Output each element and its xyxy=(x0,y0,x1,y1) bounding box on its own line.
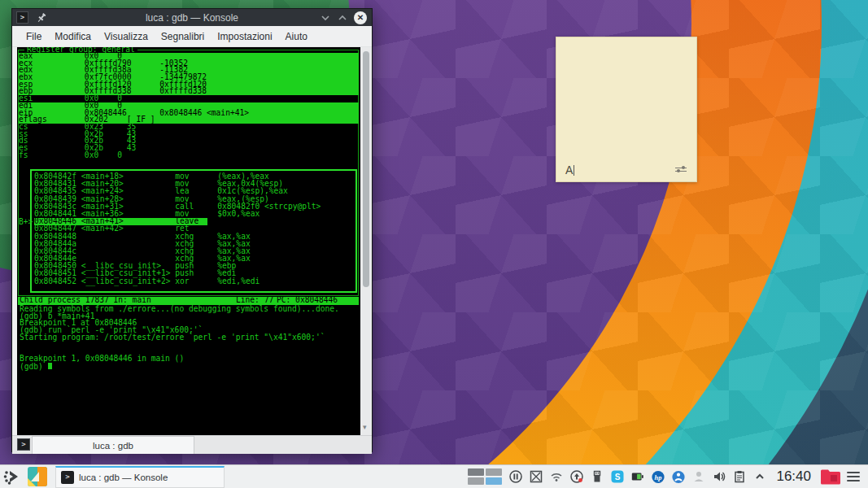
menu-item-visualizza[interactable]: Visualizza xyxy=(98,28,154,45)
menu-item-aiuto[interactable]: Aiuto xyxy=(280,28,313,45)
breakpoint-marker: B+> xyxy=(19,219,33,226)
desktop-3[interactable] xyxy=(468,477,484,485)
hp-device-icon[interactable]: hp xyxy=(651,469,665,484)
console-line xyxy=(20,341,359,348)
volume-icon[interactable] xyxy=(712,469,726,484)
menu-item-impostazioni[interactable]: Impostazioni xyxy=(212,28,277,45)
application-launcher-icon[interactable] xyxy=(2,466,24,487)
usb-device-icon[interactable] xyxy=(590,469,604,484)
panel-menu-icon[interactable] xyxy=(847,472,860,481)
menu-bar: FileModificaVisualizzaSegnalibriImpostaz… xyxy=(12,26,372,47)
menu-item-segnalibri[interactable]: Segnalibri xyxy=(155,28,210,45)
konsole-task-icon: > xyxy=(61,471,74,484)
close-button[interactable]: ✕ xyxy=(354,11,367,24)
disasm-line: 0x8048452 <__libc_csu_init+2> xor %edi,%… xyxy=(34,278,355,285)
digital-clock[interactable]: 16:40 xyxy=(776,468,811,485)
media-pause-icon[interactable] xyxy=(508,469,523,484)
disassembly-window-frame: 0x804842f <main+18> mov (%eax),%eax0x804… xyxy=(30,169,357,293)
tab-bar: > luca : gdb xyxy=(12,435,372,454)
tab-luca-gdb[interactable]: luca : gdb xyxy=(32,436,194,454)
desktop-2[interactable] xyxy=(486,468,502,476)
terminal-scrollbar[interactable]: ▾ xyxy=(360,47,372,435)
svg-text:S: S xyxy=(615,473,621,481)
system-tray: S hp 16:40 xyxy=(468,468,868,486)
text-caret xyxy=(574,165,574,176)
battery-icon[interactable] xyxy=(630,469,645,484)
terminal-cursor xyxy=(48,363,53,370)
gdb-console-output: Reading symbols from ./errore...(no debu… xyxy=(20,306,359,369)
status-line-number: Line: 77 xyxy=(236,297,273,304)
window-titlebar[interactable]: > luca : gdb — Konsole ✕ xyxy=(12,9,372,26)
minimize-button[interactable] xyxy=(320,12,331,24)
red-folder-icon[interactable] xyxy=(820,468,841,486)
desktop-activities-icon[interactable] xyxy=(28,467,47,486)
konsole-window: > luca : gdb — Konsole ✕ FileModificaVis… xyxy=(11,8,373,452)
gdb-prompt[interactable]: (gdb) xyxy=(20,363,359,370)
status-process: Child process 17837 In: main xyxy=(20,297,151,304)
note-settings-icon[interactable] xyxy=(675,165,687,173)
menu-item-modifica[interactable]: Modifica xyxy=(49,28,97,45)
register-row-fs: fs 0x0 0 xyxy=(19,152,359,159)
menu-item-file[interactable]: File xyxy=(20,28,47,45)
terminal-area: Register group: general eax 0x0 0ecx 0xf… xyxy=(12,47,372,435)
register-list: eax 0x0 0ecx 0xffffd790 -10352edx 0xffff… xyxy=(19,53,359,159)
wifi-icon[interactable] xyxy=(549,469,564,484)
terminal-screen[interactable]: Register group: general eax 0x0 0ecx 0xf… xyxy=(17,47,360,435)
user-offline-icon[interactable] xyxy=(691,469,706,484)
taskbar-task-konsole[interactable]: > luca : gdb — Konsole xyxy=(55,466,225,488)
tab-list-button[interactable]: > xyxy=(17,438,30,451)
svg-text:hp: hp xyxy=(655,473,662,481)
console-line: Starting program: /root/test/errore `per… xyxy=(20,334,359,342)
note-text[interactable]: A xyxy=(565,163,574,176)
window-title: luca : gdb — Konsole xyxy=(12,12,372,24)
status-pc: PC: 0x8048446 xyxy=(277,297,338,304)
taskbar-panel: > luca : gdb — Konsole xyxy=(0,464,868,488)
desktop-1[interactable] xyxy=(468,468,484,476)
sticky-note-widget[interactable]: A xyxy=(556,37,697,182)
pin-icon[interactable] xyxy=(36,12,47,24)
maximize-button[interactable] xyxy=(337,12,348,24)
user-online-icon[interactable] xyxy=(671,469,686,484)
skype-icon[interactable]: S xyxy=(610,469,625,484)
scrollbar-handle[interactable] xyxy=(363,51,369,287)
console-line: Breakpoint 1, 0x08048446 in main () xyxy=(20,355,359,363)
expand-tray-icon[interactable] xyxy=(752,469,767,484)
disassembly-list: 0x804842f <main+18> mov (%eax),%eax0x804… xyxy=(34,173,355,285)
scrollbar-down-arrow[interactable]: ▾ xyxy=(363,424,369,430)
clipboard-icon[interactable] xyxy=(732,469,747,484)
virtual-desktop-pager[interactable] xyxy=(468,468,503,485)
konsole-app-icon: > xyxy=(16,11,28,24)
desktop-4-active[interactable] xyxy=(486,477,502,485)
software-update-icon[interactable] xyxy=(569,469,584,484)
task-label: luca : gdb — Konsole xyxy=(79,473,168,482)
screenshot-icon[interactable] xyxy=(529,469,543,484)
